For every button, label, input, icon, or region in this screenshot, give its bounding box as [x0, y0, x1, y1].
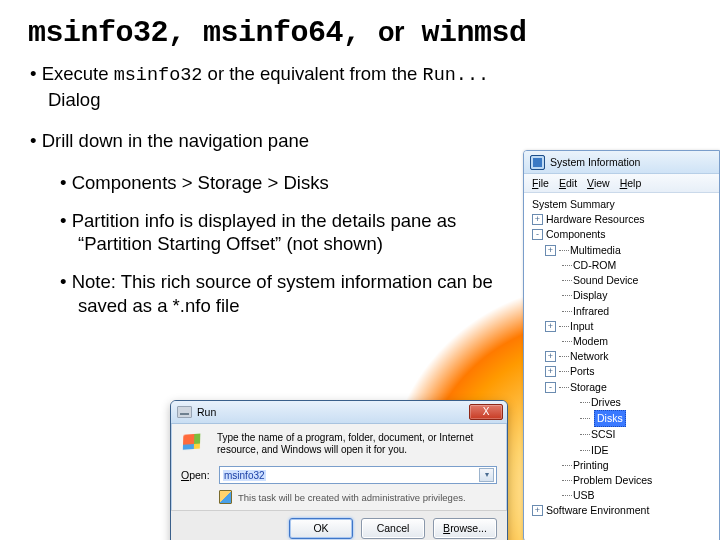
- run-window-icon: [177, 406, 192, 418]
- run-caption: Run: [197, 406, 216, 418]
- menu-help[interactable]: Help: [620, 177, 642, 189]
- tree-usb[interactable]: USB: [562, 488, 713, 503]
- tree-network-label: Network: [559, 350, 609, 362]
- menu-file[interactable]: File: [532, 177, 549, 189]
- title-comma1: ,: [168, 16, 203, 50]
- run-dialog: Run X Type the name of a program, folder…: [170, 400, 508, 540]
- title-code-1: msinfo32: [28, 16, 168, 50]
- tree-hw-label: Hardware Resources: [546, 213, 645, 225]
- menu-view[interactable]: View: [587, 177, 610, 189]
- tree-components-label: Components: [546, 228, 606, 240]
- tree-disks-label: Disks: [594, 410, 626, 427]
- tree-drives-label: Drives: [580, 395, 621, 410]
- sysinfo-menubar: File Edit View Help: [524, 174, 719, 193]
- collapse-icon[interactable]: -: [545, 382, 556, 393]
- sysinfo-titlebar[interactable]: System Information: [524, 151, 719, 174]
- tree-ide-label: IDE: [580, 443, 609, 458]
- expand-icon[interactable]: +: [545, 321, 556, 332]
- tree-network[interactable]: +Network: [545, 349, 713, 364]
- expand-icon[interactable]: +: [545, 245, 556, 256]
- tree-modem[interactable]: Modem: [562, 334, 713, 349]
- dropdown-icon[interactable]: ▾: [479, 468, 494, 482]
- uac-shield-icon: [219, 490, 232, 504]
- title-or: or: [378, 17, 404, 47]
- slide-body: Execute msinfo32 or the equivalent from …: [30, 62, 520, 317]
- tree-sound[interactable]: Sound Device: [562, 273, 713, 288]
- expand-icon[interactable]: +: [545, 351, 556, 362]
- ok-button[interactable]: OK: [289, 518, 353, 539]
- tree-components[interactable]: -Components: [532, 227, 713, 242]
- menu-edit[interactable]: Edit: [559, 177, 577, 189]
- run-titlebar[interactable]: Run X: [171, 401, 507, 424]
- title-comma2: ,: [343, 16, 378, 50]
- tree-input-label: Input: [559, 320, 593, 332]
- b1-part-a: Execute: [42, 63, 114, 84]
- bullet-2-3: Note: This rich source of system informa…: [60, 270, 520, 317]
- open-label: Open:: [181, 469, 219, 481]
- bullet-2: Drill down in the navigation pane: [30, 129, 520, 153]
- tree-problem-devices[interactable]: Problem Devices: [562, 473, 713, 488]
- cancel-button[interactable]: Cancel: [361, 518, 425, 539]
- bullet-2-2: Partition info is displayed in the detai…: [60, 209, 520, 256]
- run-hero-icon: [181, 432, 209, 458]
- close-button[interactable]: X: [469, 404, 503, 420]
- tree-sw-label: Software Environment: [546, 504, 649, 516]
- uac-text: This task will be created with administr…: [238, 492, 466, 503]
- tree-storage[interactable]: -Storage: [545, 380, 713, 395]
- b1-run: Run...: [423, 65, 490, 86]
- spacer: [580, 411, 591, 426]
- windows-flag-icon: [183, 433, 206, 455]
- title-space: [404, 16, 422, 50]
- title-code-2: msinfo64: [203, 16, 343, 50]
- tree-drives[interactable]: Drives: [580, 395, 713, 410]
- tree-ports-label: Ports: [559, 365, 595, 377]
- b1-part-b: or the equivalent from the: [202, 63, 422, 84]
- tree-ide[interactable]: IDE: [580, 443, 713, 458]
- sysinfo-app-icon: [530, 155, 545, 170]
- browse-button[interactable]: Browse...: [433, 518, 497, 539]
- tree-system-summary[interactable]: System Summary: [532, 197, 713, 212]
- sysinfo-tree: System Summary +Hardware Resources -Comp…: [524, 193, 719, 523]
- tree-ports[interactable]: +Ports: [545, 364, 713, 379]
- tree-input[interactable]: +Input: [545, 319, 713, 334]
- tree-infrared[interactable]: Infrared: [562, 304, 713, 319]
- tree-disks[interactable]: Disks: [580, 410, 713, 427]
- open-value: msinfo32: [223, 470, 266, 481]
- tree-multimedia[interactable]: +Multimedia: [545, 243, 713, 258]
- bullet-2-1: Components > Storage > Disks: [60, 171, 520, 195]
- expand-icon[interactable]: +: [545, 366, 556, 377]
- slide-title: msinfo32, msinfo64, or winmsd: [28, 16, 720, 50]
- collapse-icon[interactable]: -: [532, 229, 543, 240]
- run-button-bar: OK Cancel Browse...: [171, 510, 507, 540]
- run-description: Type the name of a program, folder, docu…: [217, 432, 497, 458]
- sysinfo-window: System Information File Edit View Help S…: [523, 150, 720, 540]
- tree-software-env[interactable]: +Software Environment: [532, 503, 713, 518]
- tree-hw[interactable]: +Hardware Resources: [532, 212, 713, 227]
- bullet-1: Execute msinfo32 or the equivalent from …: [30, 62, 520, 111]
- sysinfo-caption: System Information: [550, 156, 640, 168]
- b1-code: msinfo32: [114, 65, 203, 86]
- open-combobox[interactable]: msinfo32 ▾: [219, 466, 497, 484]
- tree-scsi[interactable]: SCSI: [580, 427, 713, 442]
- tree-multimedia-label: Multimedia: [559, 244, 621, 256]
- expand-icon[interactable]: +: [532, 214, 543, 225]
- tree-display[interactable]: Display: [562, 288, 713, 303]
- tree-cdrom[interactable]: CD-ROM: [562, 258, 713, 273]
- expand-icon[interactable]: +: [532, 505, 543, 516]
- title-code-3: winmsd: [422, 16, 527, 50]
- b1-part-d: Dialog: [48, 89, 100, 110]
- tree-printing[interactable]: Printing: [562, 458, 713, 473]
- tree-scsi-label: SCSI: [580, 427, 616, 442]
- tree-storage-label: Storage: [559, 381, 607, 393]
